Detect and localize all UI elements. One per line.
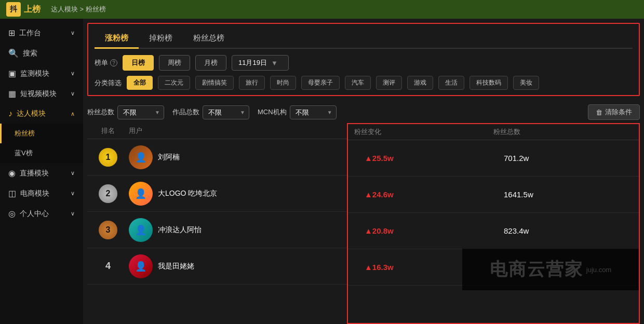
ecommerce-icon: ◫ [8, 188, 16, 198]
tab-filter-area: 涨粉榜 掉粉榜 粉丝总榜 榜单 ? 日榜 周榜 月榜 11月19日 ▼ [87, 23, 640, 96]
sidebar-sub-influencer: 粉丝榜 蓝V榜 [0, 124, 83, 163]
cat-btn-car[interactable]: 汽车 [345, 76, 371, 90]
sidebar-item-blue-v-rank[interactable]: 蓝V榜 [0, 143, 83, 163]
sidebar-item-live[interactable]: ◉ 直播模块 ∨ [0, 163, 83, 183]
cat-btn-beauty[interactable]: 美妆 [513, 76, 539, 90]
user-name-1: 刘阿楠 [158, 153, 180, 162]
rank-label: 榜单 ? [95, 58, 117, 68]
cat-btn-travel[interactable]: 旅行 [239, 76, 265, 90]
sidebar-item-ecommerce[interactable]: ◫ 电商模块 ∨ [0, 183, 83, 204]
cat-btn-2d[interactable]: 二次元 [158, 76, 190, 90]
works-count-select[interactable]: 不限 [203, 105, 249, 119]
col-fans-total-header: 粉丝总数 [493, 127, 633, 137]
rank-num-4: 4 [105, 261, 111, 272]
table-container: 排名 用户 1 👤 刘阿楠 2 [87, 123, 640, 324]
fans-count-select-wrap: 不限 [117, 105, 164, 119]
col-rank-header: 排名 [87, 126, 129, 136]
top-bar: 抖 上榜 达人模块 > 粉丝榜 [0, 0, 644, 19]
right-row-2: ▲24.6w 1641.5w [348, 177, 639, 213]
mcn-filter: MCN机构 不限 [258, 105, 337, 119]
sidebar-label-monitor: 监测模块 [20, 69, 49, 78]
date-arrow: ▼ [271, 59, 278, 67]
rank-btn-daily[interactable]: 日榜 [123, 55, 154, 71]
sidebar-item-workbench[interactable]: ⊞ 工作台 ∨ [0, 23, 83, 43]
right-row-1: ▲25.5w 701.2w [348, 140, 639, 177]
logo-icon: 抖 [6, 2, 21, 17]
fans-total-1: 701.2w [493, 154, 633, 163]
content-area: 涨粉榜 掉粉榜 粉丝总榜 榜单 ? 日榜 周榜 月榜 11月19日 ▼ [83, 19, 644, 324]
fans-count-filter: 粉丝总数 不限 [87, 105, 164, 119]
chevron-shortvideo: ∨ [71, 90, 75, 97]
table-row: 2 👤 大LOGO 吃垮北京 [87, 176, 347, 212]
monitor-icon: ▣ [8, 69, 16, 78]
search-icon: 🔍 [8, 48, 19, 58]
left-table-section: 排名 用户 1 👤 刘阿楠 2 [87, 123, 347, 324]
breadcrumb: 达人模块 > 粉丝榜 [51, 5, 106, 14]
sidebar-label-search: 搜索 [23, 49, 37, 58]
shortvideo-icon: ▦ [8, 89, 16, 99]
tab-fans-up[interactable]: 涨粉榜 [95, 29, 139, 49]
rank-cell-1: 1 [87, 148, 129, 167]
sidebar-item-personal[interactable]: ◎ 个人中心 ∨ [0, 204, 83, 224]
cat-btn-review[interactable]: 测评 [376, 76, 402, 90]
cat-btn-drama[interactable]: 剧情搞笑 [195, 76, 234, 90]
chevron-influencer: ∧ [71, 111, 75, 117]
cat-btn-parenting[interactable]: 母婴亲子 [301, 76, 340, 90]
category-filter-row: 分类筛选 全部 二次元 剧情搞笑 旅行 时尚 母婴亲子 汽车 测评 游戏 生活 … [95, 76, 633, 90]
user-cell-2: 👤 大LOGO 吃垮北京 [129, 182, 347, 206]
rank-btn-weekly[interactable]: 周榜 [159, 55, 190, 71]
chevron-workbench: ∨ [71, 30, 75, 36]
cat-btn-all[interactable]: 全部 [127, 76, 153, 90]
user-name-2: 大LOGO 吃垮北京 [158, 189, 217, 198]
chevron-personal: ∨ [71, 210, 75, 217]
fans-change-2: ▲24.6w [354, 190, 493, 199]
user-name-4: 我是田姥姥 [158, 262, 194, 271]
user-name-3: 冲浪达人阿怡 [158, 225, 202, 235]
works-count-select-wrap: 不限 [203, 105, 249, 119]
mcn-select[interactable]: 不限 [290, 105, 337, 119]
influencer-icon: ♪ [8, 109, 12, 118]
works-count-filter: 作品总数 不限 [172, 105, 249, 119]
sidebar-item-shortvideo[interactable]: ▦ 短视频模块 ∨ [0, 84, 83, 104]
tab-fans-total[interactable]: 粉丝总榜 [183, 29, 235, 49]
help-icon[interactable]: ? [110, 59, 117, 66]
avatar-3: 👤 [129, 218, 153, 242]
sidebar-label-live: 直播模块 [20, 169, 49, 178]
mcn-select-wrap: 不限 [290, 105, 337, 119]
watermark-text: 电商云营家 [490, 258, 583, 281]
user-cell-3: 👤 冲浪达人阿怡 [129, 218, 347, 242]
user-cell-1: 👤 刘阿楠 [129, 145, 347, 169]
clear-label: 清除条件 [605, 107, 632, 117]
cat-btn-life[interactable]: 生活 [438, 76, 464, 90]
fans-total-2: 1641.5w [493, 190, 633, 199]
category-label: 分类筛选 [95, 78, 122, 88]
rank-btn-monthly[interactable]: 月榜 [195, 55, 226, 71]
table-row: 3 👤 冲浪达人阿怡 [87, 212, 347, 248]
tab-fans-down[interactable]: 掉粉榜 [139, 29, 183, 49]
table-header-right: 粉丝变化 粉丝总数 [348, 124, 639, 140]
filter-row: 粉丝总数 不限 作品总数 不限 MCN机构 [87, 104, 640, 120]
table-row: 1 👤 刘阿楠 [87, 139, 347, 176]
date-selector[interactable]: 11月19日 ▼ [232, 55, 289, 71]
sidebar-item-influencer[interactable]: ♪ 达人模块 ∧ [0, 104, 83, 124]
sidebar-item-monitor[interactable]: ▣ 监测模块 ∨ [0, 63, 83, 84]
sidebar-label-workbench: 工作台 [19, 29, 41, 38]
clear-button[interactable]: 🗑 清除条件 [588, 104, 640, 120]
sidebar-item-fans-rank[interactable]: 粉丝榜 [0, 124, 83, 143]
user-cell-4: 👤 我是田姥姥 [129, 254, 347, 278]
works-count-label: 作品总数 [172, 107, 199, 117]
date-value: 11月19日 [238, 58, 267, 68]
table-row: 4 👤 我是田姥姥 [87, 248, 347, 285]
cat-btn-fashion[interactable]: 时尚 [270, 76, 296, 90]
sidebar-item-search[interactable]: 🔍 搜索 [0, 43, 83, 63]
fans-count-select[interactable]: 不限 [117, 105, 164, 119]
clear-icon: 🗑 [596, 109, 602, 116]
cat-btn-game[interactable]: 游戏 [407, 76, 433, 90]
watermark: 电商云营家 juju.com [462, 249, 639, 290]
cat-btn-tech[interactable]: 科技数码 [469, 76, 508, 90]
rank-cell-4: 4 [87, 261, 129, 272]
personal-icon: ◎ [8, 209, 16, 219]
medal-silver-2: 2 [99, 184, 117, 203]
rank-cell-3: 3 [87, 221, 129, 239]
avatar-2: 👤 [129, 182, 153, 206]
